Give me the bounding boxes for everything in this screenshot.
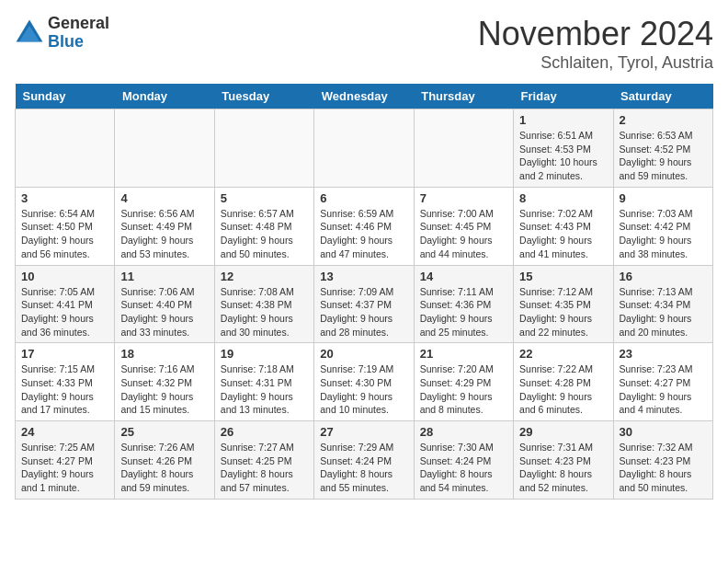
day-number: 14	[420, 270, 507, 283]
calendar-table: SundayMondayTuesdayWednesdayThursdayFrid…	[15, 84, 713, 500]
calendar-cell: 15Sunrise: 7:12 AM Sunset: 4:35 PM Dayli…	[514, 265, 613, 343]
calendar-header-row: SundayMondayTuesdayWednesdayThursdayFrid…	[16, 84, 713, 109]
day-info: Sunrise: 7:03 AM Sunset: 4:42 PM Dayligh…	[620, 207, 707, 261]
calendar-cell: 21Sunrise: 7:20 AM Sunset: 4:29 PM Dayli…	[414, 343, 513, 421]
day-number: 25	[120, 425, 208, 439]
location-title: Schlaiten, Tyrol, Austria	[478, 53, 713, 73]
day-info: Sunrise: 7:11 AM Sunset: 4:36 PM Dayligh…	[420, 285, 507, 339]
day-info: Sunrise: 6:57 AM Sunset: 4:48 PM Dayligh…	[221, 207, 308, 261]
day-info: Sunrise: 7:15 AM Sunset: 4:33 PM Dayligh…	[21, 362, 108, 417]
calendar-cell: 1Sunrise: 6:51 AM Sunset: 4:53 PM Daylig…	[514, 109, 613, 188]
day-number: 17	[21, 347, 108, 361]
header-cell-saturday: Saturday	[613, 84, 712, 109]
calendar-cell: 20Sunrise: 7:19 AM Sunset: 4:30 PM Dayli…	[314, 343, 414, 421]
day-number: 10	[21, 270, 108, 283]
calendar-cell: 3Sunrise: 6:54 AM Sunset: 4:50 PM Daylig…	[16, 187, 115, 265]
header-cell-friday: Friday	[514, 84, 613, 109]
calendar-cell: 27Sunrise: 7:29 AM Sunset: 4:24 PM Dayli…	[314, 421, 414, 500]
calendar-cell: 2Sunrise: 6:53 AM Sunset: 4:52 PM Daylig…	[613, 109, 712, 188]
day-info: Sunrise: 7:20 AM Sunset: 4:29 PM Dayligh…	[420, 362, 507, 417]
day-info: Sunrise: 7:23 AM Sunset: 4:27 PM Dayligh…	[620, 362, 707, 417]
header-cell-sunday: Sunday	[16, 84, 115, 109]
calendar-cell: 12Sunrise: 7:08 AM Sunset: 4:38 PM Dayli…	[214, 265, 313, 343]
calendar-cell: 14Sunrise: 7:11 AM Sunset: 4:36 PM Dayli…	[414, 265, 513, 343]
logo-text: General Blue	[48, 15, 109, 52]
calendar-cell: 29Sunrise: 7:31 AM Sunset: 4:23 PM Dayli…	[514, 421, 613, 500]
day-info: Sunrise: 6:53 AM Sunset: 4:52 PM Dayligh…	[620, 129, 707, 183]
day-number: 9	[620, 191, 707, 205]
day-info: Sunrise: 7:32 AM Sunset: 4:23 PM Dayligh…	[620, 441, 707, 495]
calendar-cell: 17Sunrise: 7:15 AM Sunset: 4:33 PM Dayli…	[16, 343, 115, 421]
day-info: Sunrise: 7:09 AM Sunset: 4:37 PM Dayligh…	[320, 285, 407, 339]
calendar-cell: 9Sunrise: 7:03 AM Sunset: 4:42 PM Daylig…	[613, 187, 712, 265]
calendar-week-2: 3Sunrise: 6:54 AM Sunset: 4:50 PM Daylig…	[16, 187, 713, 265]
logo-icon	[15, 18, 44, 48]
day-number: 13	[320, 270, 407, 283]
day-info: Sunrise: 7:18 AM Sunset: 4:31 PM Dayligh…	[221, 362, 308, 417]
calendar-cell: 18Sunrise: 7:16 AM Sunset: 4:32 PM Dayli…	[115, 343, 214, 421]
calendar-cell: 5Sunrise: 6:57 AM Sunset: 4:48 PM Daylig…	[214, 187, 313, 265]
day-number: 3	[21, 191, 108, 205]
calendar-week-4: 17Sunrise: 7:15 AM Sunset: 4:33 PM Dayli…	[16, 343, 713, 421]
header-cell-tuesday: Tuesday	[214, 84, 313, 109]
calendar-cell	[115, 109, 214, 188]
header-cell-monday: Monday	[115, 84, 214, 109]
calendar-cell	[314, 109, 414, 188]
day-info: Sunrise: 6:54 AM Sunset: 4:50 PM Dayligh…	[21, 207, 108, 261]
day-info: Sunrise: 7:02 AM Sunset: 4:43 PM Dayligh…	[519, 207, 607, 261]
day-info: Sunrise: 6:51 AM Sunset: 4:53 PM Dayligh…	[519, 129, 607, 183]
title-block: November 2024 Schlaiten, Tyrol, Austria	[478, 15, 713, 73]
day-number: 21	[420, 347, 507, 361]
day-info: Sunrise: 7:30 AM Sunset: 4:24 PM Dayligh…	[420, 441, 507, 495]
day-number: 30	[620, 425, 707, 439]
calendar-cell: 11Sunrise: 7:06 AM Sunset: 4:40 PM Dayli…	[115, 265, 214, 343]
day-number: 22	[519, 347, 607, 361]
day-number: 24	[21, 425, 108, 439]
calendar-cell: 13Sunrise: 7:09 AM Sunset: 4:37 PM Dayli…	[314, 265, 414, 343]
day-info: Sunrise: 7:16 AM Sunset: 4:32 PM Dayligh…	[120, 362, 208, 417]
day-number: 1	[519, 113, 607, 127]
day-number: 20	[320, 347, 407, 361]
calendar-cell: 24Sunrise: 7:25 AM Sunset: 4:27 PM Dayli…	[16, 421, 115, 500]
calendar-body: 1Sunrise: 6:51 AM Sunset: 4:53 PM Daylig…	[16, 109, 713, 500]
day-number: 19	[221, 347, 308, 361]
day-number: 16	[620, 270, 707, 283]
calendar-cell: 19Sunrise: 7:18 AM Sunset: 4:31 PM Dayli…	[214, 343, 313, 421]
day-info: Sunrise: 7:25 AM Sunset: 4:27 PM Dayligh…	[21, 441, 108, 495]
day-number: 12	[221, 270, 308, 283]
calendar-cell	[214, 109, 313, 188]
day-number: 8	[519, 191, 607, 205]
calendar-cell: 25Sunrise: 7:26 AM Sunset: 4:26 PM Dayli…	[115, 421, 214, 500]
calendar-cell: 6Sunrise: 6:59 AM Sunset: 4:46 PM Daylig…	[314, 187, 414, 265]
calendar-cell: 8Sunrise: 7:02 AM Sunset: 4:43 PM Daylig…	[514, 187, 613, 265]
day-number: 18	[120, 347, 208, 361]
day-info: Sunrise: 7:26 AM Sunset: 4:26 PM Dayligh…	[120, 441, 208, 495]
logo: General Blue	[15, 15, 109, 52]
day-info: Sunrise: 7:19 AM Sunset: 4:30 PM Dayligh…	[320, 362, 407, 417]
header-cell-wednesday: Wednesday	[314, 84, 414, 109]
day-info: Sunrise: 6:59 AM Sunset: 4:46 PM Dayligh…	[320, 207, 407, 261]
calendar-cell: 16Sunrise: 7:13 AM Sunset: 4:34 PM Dayli…	[613, 265, 712, 343]
calendar-cell	[414, 109, 513, 188]
calendar-week-5: 24Sunrise: 7:25 AM Sunset: 4:27 PM Dayli…	[16, 421, 713, 500]
day-info: Sunrise: 7:00 AM Sunset: 4:45 PM Dayligh…	[420, 207, 507, 261]
day-number: 7	[420, 191, 507, 205]
day-number: 5	[221, 191, 308, 205]
page-header: General Blue November 2024 Schlaiten, Ty…	[15, 15, 713, 73]
day-number: 23	[620, 347, 707, 361]
logo-general-text: General	[48, 15, 109, 33]
day-info: Sunrise: 7:22 AM Sunset: 4:28 PM Dayligh…	[519, 362, 607, 417]
calendar-cell: 26Sunrise: 7:27 AM Sunset: 4:25 PM Dayli…	[214, 421, 313, 500]
day-number: 29	[519, 425, 607, 439]
calendar-cell: 22Sunrise: 7:22 AM Sunset: 4:28 PM Dayli…	[514, 343, 613, 421]
calendar-cell: 30Sunrise: 7:32 AM Sunset: 4:23 PM Dayli…	[613, 421, 712, 500]
calendar-cell: 10Sunrise: 7:05 AM Sunset: 4:41 PM Dayli…	[16, 265, 115, 343]
day-info: Sunrise: 7:12 AM Sunset: 4:35 PM Dayligh…	[519, 285, 607, 339]
month-title: November 2024	[478, 15, 713, 53]
calendar-cell: 7Sunrise: 7:00 AM Sunset: 4:45 PM Daylig…	[414, 187, 513, 265]
header-cell-thursday: Thursday	[414, 84, 513, 109]
day-number: 26	[221, 425, 308, 439]
day-number: 4	[120, 191, 208, 205]
day-number: 11	[120, 270, 208, 283]
day-number: 6	[320, 191, 407, 205]
